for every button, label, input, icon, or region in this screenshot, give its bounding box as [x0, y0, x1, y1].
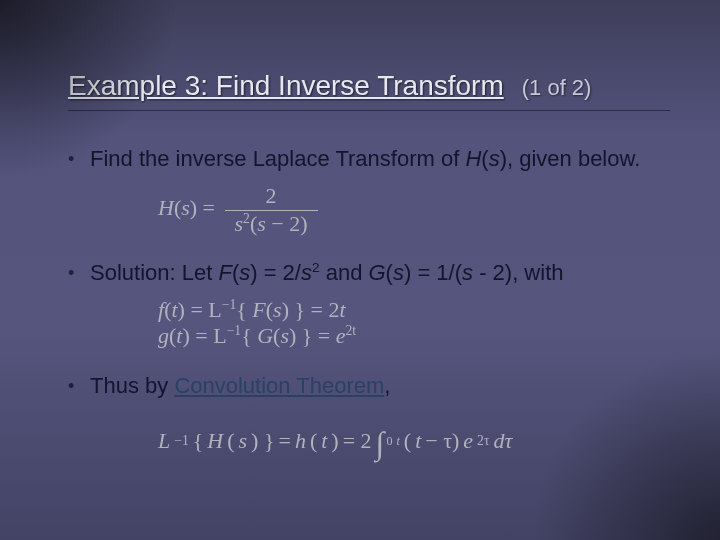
formula-hs: H(s) = 2s2(s − 2)	[158, 183, 670, 237]
slide-body: • Find the inverse Laplace Transform of …	[68, 145, 670, 454]
b1-s: s	[489, 146, 500, 171]
hs-frac: 2s2(s − 2)	[225, 183, 318, 237]
b2-pre: Solution: Let	[90, 260, 218, 285]
bullet-3-text: Thus by Convolution Theorem,	[90, 372, 670, 400]
hs-H: H	[158, 195, 174, 220]
bullet-2: • Solution: Let F(s) = 2/s2 and G(s) = 1…	[68, 259, 670, 287]
hs-eq: =	[197, 195, 220, 220]
hs-s: s	[181, 195, 190, 220]
fg-f-line: f(t) = L−1{ F(s) } = 2t	[158, 297, 670, 323]
b3-pre: Thus by	[90, 373, 174, 398]
slide-title: Example 3: Find Inverse Transform	[68, 70, 504, 102]
b1-H: H	[465, 146, 481, 171]
slide-pager: (1 of 2)	[522, 75, 592, 101]
b1-pre: Find the inverse Laplace Transform of	[90, 146, 465, 171]
bullet-2-text: Solution: Let F(s) = 2/s2 and G(s) = 1/(…	[90, 259, 670, 287]
bullet-1: • Find the inverse Laplace Transform of …	[68, 145, 670, 173]
bullet-1-text: Find the inverse Laplace Transform of H(…	[90, 145, 670, 173]
bullet-dot: •	[68, 145, 90, 173]
b3-post: ,	[384, 373, 390, 398]
hs-num: 2	[225, 183, 318, 210]
bullet-3: • Thus by Convolution Theorem,	[68, 372, 670, 400]
bullet-dot: •	[68, 259, 90, 287]
bullet-dot: •	[68, 372, 90, 400]
slide-header: Example 3: Find Inverse Transform (1 of …	[68, 70, 670, 111]
fg-g-line: g(t) = L−1{ G(s) } = e2t	[158, 323, 670, 349]
formula-fg: f(t) = L−1{ F(s) } = 2t g(t) = L−1{ G(s)…	[158, 297, 670, 350]
convolution-theorem-link[interactable]: Convolution Theorem	[174, 373, 384, 398]
formula-final: L−1{ H(s) } = h(t) = 2 ∫0t (t − τ)e2τdτ	[158, 428, 670, 454]
slide: Example 3: Find Inverse Transform (1 of …	[0, 0, 720, 540]
hs-den: s2(s − 2)	[225, 211, 318, 237]
b1-post: , given below.	[507, 146, 640, 171]
